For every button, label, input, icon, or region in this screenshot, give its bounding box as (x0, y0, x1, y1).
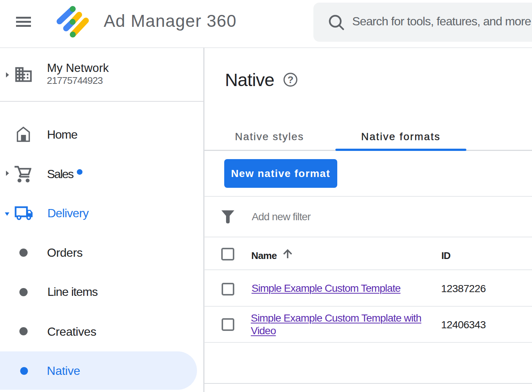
svg-text:?: ? (288, 74, 294, 85)
